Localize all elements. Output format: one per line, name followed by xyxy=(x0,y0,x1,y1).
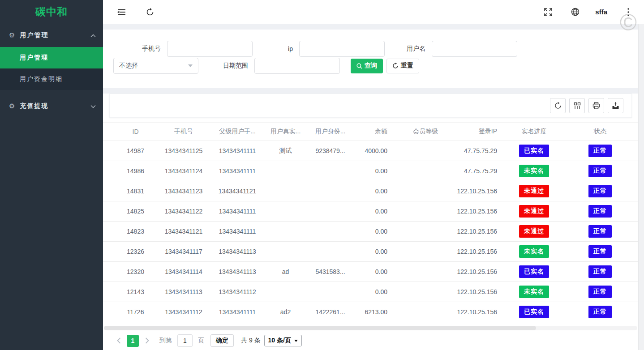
cell-id: 14823 xyxy=(114,228,157,235)
cell-id: 14825 xyxy=(114,208,157,215)
phone-input[interactable] xyxy=(167,41,253,57)
vertical-scrollbar[interactable] xyxy=(638,24,644,350)
cell-parent-phone: 13434341111 xyxy=(210,228,264,235)
username-label: 用户名 xyxy=(385,45,432,53)
sidebar-item-label: 用户管理 xyxy=(20,54,48,62)
cell-realname: 测试 xyxy=(264,147,307,155)
col-header-phone[interactable]: 手机号 xyxy=(157,128,210,136)
cell-id-number: 5431583... xyxy=(307,268,354,275)
cell-parent-phone: 13434341111 xyxy=(210,208,264,215)
horizontal-scrollbar[interactable] xyxy=(104,326,637,330)
table-header-row: ID 手机号 父级用户手... 用户真实... 用户身份... 余额 会员等级 … xyxy=(103,122,638,141)
username[interactable]: sffa xyxy=(595,8,607,16)
cell-phone: 13434341125 xyxy=(157,147,210,154)
table-refresh-button[interactable] xyxy=(550,98,566,113)
sidebar-item-label: 用户资金明细 xyxy=(20,75,63,83)
status-badge: 正常 xyxy=(588,165,612,177)
table-toolbar xyxy=(109,94,632,118)
cell-phone: 13434341112 xyxy=(157,308,210,316)
export-button[interactable] xyxy=(608,98,623,113)
col-header-realname[interactable]: 用户真实... xyxy=(264,128,307,136)
username-input[interactable] xyxy=(432,41,517,57)
gear-icon: ⚙ xyxy=(9,102,15,110)
sidebar-item-user-funds-detail[interactable]: 用户资金明细 xyxy=(0,68,103,90)
col-header-login-ip[interactable]: 登录IP xyxy=(446,128,504,136)
main-area: sffa © 手机号 ip 用户名 xyxy=(103,0,644,350)
refresh-icon[interactable] xyxy=(142,4,158,20)
cell-balance: 0.00 xyxy=(354,288,405,295)
admin-app: 碳中和 ⚙ 用户管理 用户管理 用户资金明细 ⚙ 充值提现 xyxy=(0,0,644,350)
ip-label: ip xyxy=(253,45,299,52)
prev-page-icon[interactable] xyxy=(114,337,123,344)
cell-login-ip: 47.75.75.29 xyxy=(446,167,504,175)
col-header-balance[interactable]: 余额 xyxy=(354,128,405,136)
col-header-member-level[interactable]: 会员等级 xyxy=(405,128,446,136)
next-page-icon[interactable] xyxy=(142,337,151,344)
print-button[interactable] xyxy=(588,98,604,113)
cell-parent-phone: 13434341113 xyxy=(210,268,264,275)
cell-phone: 13434341123 xyxy=(157,188,210,195)
goto-page-input[interactable] xyxy=(177,334,193,347)
col-header-id-number[interactable]: 用户身份... xyxy=(307,128,354,136)
horizontal-scrollbar-thumb[interactable] xyxy=(104,326,536,330)
cell-id-number: 9238479... xyxy=(307,147,354,154)
goto-label: 到第 xyxy=(159,337,172,345)
cell-phone: 13434341124 xyxy=(157,167,210,175)
ip-input[interactable] xyxy=(299,41,385,57)
refresh-icon xyxy=(554,102,562,109)
col-header-parent-phone[interactable]: 父级用户手... xyxy=(210,128,264,136)
columns-icon xyxy=(574,102,581,109)
cell-parent-phone: 13434341121 xyxy=(210,188,264,195)
realname-progress-badge: 未实名 xyxy=(519,286,549,298)
table-row: 14986 13434341124 13434341111 0.00 47.75… xyxy=(103,161,638,181)
search-button[interactable]: 查询 xyxy=(351,59,383,73)
content: 手机号 ip 用户名 不选择 日期范围 xyxy=(103,24,638,350)
confirm-button[interactable]: 确定 xyxy=(210,334,234,347)
realname-progress-badge: 未实名 xyxy=(519,245,549,258)
columns-filter-button[interactable] xyxy=(569,98,585,113)
cell-id: 12143 xyxy=(114,288,157,295)
col-header-status[interactable]: 状态 xyxy=(564,128,636,136)
col-header-realname-progress[interactable]: 实名进度 xyxy=(504,128,564,136)
page-size-select[interactable]: 10 条/页 xyxy=(264,335,302,346)
col-header-id[interactable]: ID xyxy=(114,128,157,135)
language-globe-icon[interactable] xyxy=(567,4,583,20)
cell-login-ip: 47.75.75.29 xyxy=(446,147,504,154)
cell-parent-phone: 13434341111 xyxy=(210,308,264,316)
page-size-value: 10 条/页 xyxy=(268,337,291,345)
cell-balance: 0.00 xyxy=(354,167,405,175)
printer-icon xyxy=(592,102,600,109)
phone-label: 手机号 xyxy=(113,45,167,53)
table-row: 14825 13434341122 13434341111 0.00 122.1… xyxy=(103,201,638,222)
total-count-label: 共 9 条 xyxy=(241,337,261,345)
table-row: 14987 13434341125 13434341111 测试 9238479… xyxy=(103,141,638,161)
cell-balance: 0.00 xyxy=(354,228,405,235)
table-row: 14831 13434341123 13434341121 0.00 122.1… xyxy=(103,181,638,201)
fullscreen-icon[interactable] xyxy=(541,4,556,20)
cell-id: 14986 xyxy=(114,167,157,175)
cell-id: 14831 xyxy=(114,188,157,195)
status-badge: 正常 xyxy=(588,225,612,238)
cell-id: 12320 xyxy=(114,268,157,275)
status-select[interactable]: 不选择 xyxy=(113,58,198,74)
sidebar-group-recharge-withdraw[interactable]: ⚙ 充值提现 xyxy=(0,94,103,118)
page-suffix-label: 页 xyxy=(198,337,204,345)
sidebar-group-user-management[interactable]: ⚙ 用户管理 xyxy=(0,24,103,47)
cell-balance: 0.00 xyxy=(354,268,405,275)
search-button-label: 查询 xyxy=(365,62,377,70)
cell-phone: 13434341121 xyxy=(157,228,210,235)
sidebar-item-user-management[interactable]: 用户管理 xyxy=(0,47,103,68)
menu-fold-icon[interactable] xyxy=(114,4,129,20)
cell-phone: 13434341113 xyxy=(157,288,210,295)
date-range-input[interactable] xyxy=(254,58,340,74)
cell-login-ip: 122.10.25.156 xyxy=(446,268,504,275)
cell-id: 11726 xyxy=(114,308,157,316)
reset-button[interactable]: 重置 xyxy=(386,59,419,73)
realname-progress-badge: 已实名 xyxy=(519,145,549,157)
chevron-up-icon xyxy=(90,32,96,39)
date-range-label: 日期范围 xyxy=(198,62,254,70)
kebab-menu-icon[interactable] xyxy=(621,4,636,20)
table-row: 11726 13434341112 13434341111 ad2 142226… xyxy=(103,302,638,322)
page-number-button[interactable]: 1 xyxy=(127,335,139,347)
table-row: 12326 13434341117 13434341113 0.00 122.1… xyxy=(103,242,638,262)
